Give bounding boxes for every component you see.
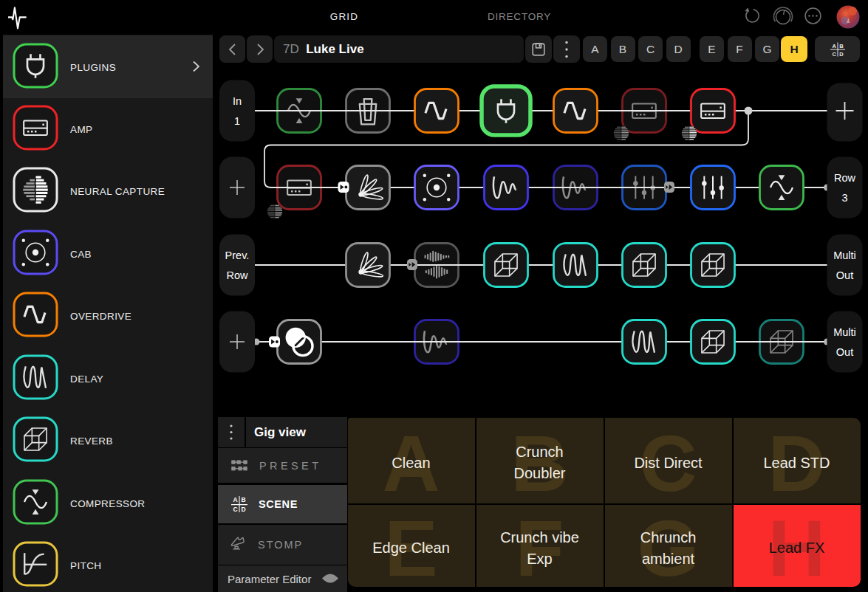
svg-text:A: A [233,496,238,503]
svg-text:Row: Row [226,269,248,281]
svg-text:3: 3 [841,192,847,204]
svg-text:Row: Row [834,172,856,184]
svg-text:A: A [832,43,836,49]
svg-text:Multi: Multi [833,326,856,338]
svg-text:Out: Out [836,346,853,358]
svg-text:B: B [242,496,246,503]
svg-text:C: C [233,506,238,513]
svg-text:B: B [839,43,844,49]
svg-text:D: D [839,51,844,58]
svg-text:1: 1 [234,115,240,127]
svg-text:D: D [242,506,246,513]
svg-text:In: In [233,95,242,107]
svg-text:Prev.: Prev. [225,249,250,261]
svg-text:Multi: Multi [833,249,856,261]
svg-text:C: C [832,51,836,58]
svg-text:Out: Out [836,269,853,281]
